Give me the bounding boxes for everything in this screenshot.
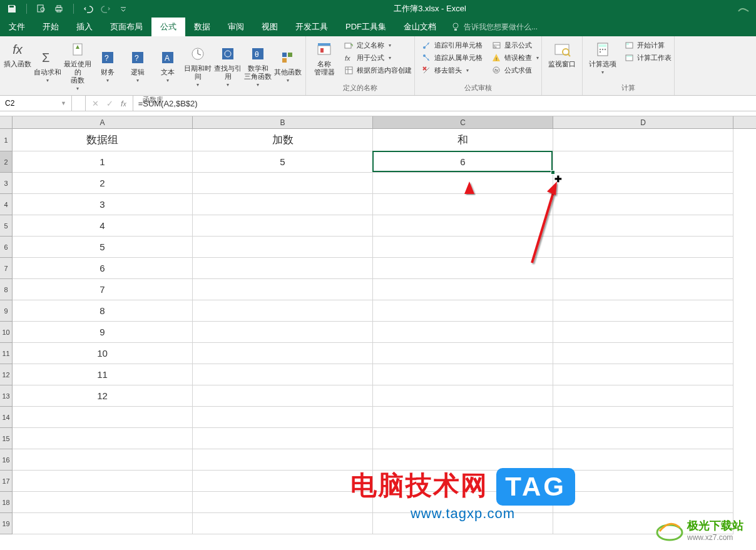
cell[interactable] [553, 129, 733, 151]
audit-check-2[interactable]: fx公式求值 [491, 65, 539, 75]
tab-0[interactable]: 文件 [0, 18, 34, 36]
file-sync-icon[interactable] [36, 3, 47, 14]
fx-icon[interactable]: fx [121, 99, 126, 108]
cell[interactable] [373, 173, 553, 194]
row-header-2[interactable]: 2 [0, 151, 12, 173]
fn-button-3[interactable]: ?逻辑▾ [123, 38, 153, 94]
row-header-18[interactable]: 18 [0, 492, 12, 513]
cell[interactable] [193, 173, 373, 194]
row-header-11[interactable]: 11 [0, 343, 12, 364]
cell[interactable] [553, 300, 733, 322]
cell[interactable]: 8 [13, 300, 193, 322]
cell[interactable] [193, 428, 373, 449]
cell[interactable] [193, 471, 373, 492]
cell[interactable] [373, 471, 553, 492]
cell[interactable] [553, 258, 733, 279]
cell[interactable] [13, 471, 193, 492]
cell[interactable] [553, 279, 733, 300]
cell[interactable]: 4 [13, 215, 193, 237]
formula-input[interactable]: =SUM(A2,$B$2) [133, 96, 756, 111]
row-header-19[interactable]: 19 [0, 513, 12, 534]
col-header-A[interactable]: A [13, 116, 193, 128]
tab-7[interactable]: 视图 [253, 18, 287, 36]
cell[interactable] [553, 194, 733, 215]
audit-trace-1[interactable]: 追踪从属单元格 [421, 53, 483, 63]
cell[interactable] [193, 215, 373, 237]
cell[interactable] [373, 237, 553, 258]
row-header-1[interactable]: 1 [0, 129, 12, 151]
row-header-14[interactable]: 14 [0, 407, 12, 428]
cell[interactable]: 7 [13, 279, 193, 300]
cell[interactable] [553, 385, 733, 407]
fn-button-4[interactable]: A文本▾ [153, 38, 183, 94]
col-header-C[interactable]: C [373, 116, 553, 128]
cell[interactable] [13, 407, 193, 428]
cell[interactable] [373, 428, 553, 449]
cell[interactable] [373, 194, 553, 215]
cell[interactable] [553, 449, 733, 471]
row-header-8[interactable]: 8 [0, 279, 12, 300]
row-header-7[interactable]: 7 [0, 258, 12, 279]
cell[interactable] [553, 343, 733, 364]
row-header-13[interactable]: 13 [0, 385, 12, 407]
name-manager-button[interactable]: 名称 管理器 [309, 38, 340, 79]
cell[interactable]: 10 [13, 343, 193, 364]
cell[interactable] [373, 300, 553, 322]
cell[interactable]: 6 [13, 258, 193, 279]
cell[interactable] [373, 258, 553, 279]
cell[interactable] [373, 322, 553, 343]
cell[interactable] [553, 492, 733, 513]
audit-trace-2[interactable]: 移去箭头▾ [421, 65, 483, 75]
cell[interactable]: 数据组 [13, 129, 193, 151]
row-header-9[interactable]: 9 [0, 300, 12, 322]
defname-item-1[interactable]: fx用于公式▾ [344, 53, 412, 63]
tell-me-box[interactable]: 告诉我您想要做什么... [445, 18, 756, 36]
row-header-5[interactable]: 5 [0, 215, 12, 237]
confirm-icon[interactable]: ✓ [106, 99, 113, 108]
row-header-6[interactable]: 6 [0, 237, 12, 258]
cell[interactable]: 1 [13, 151, 193, 173]
cell[interactable]: 5 [193, 151, 373, 173]
cell[interactable] [13, 492, 193, 513]
cell[interactable] [553, 364, 733, 385]
cell[interactable] [553, 151, 733, 173]
fn-button-2[interactable]: ?财务▾ [93, 38, 123, 94]
row-header-16[interactable]: 16 [0, 449, 12, 471]
tab-10[interactable]: 金山文档 [395, 18, 445, 36]
cell[interactable] [193, 237, 373, 258]
qat-customize-icon[interactable] [118, 3, 129, 14]
fn-button-7[interactable]: θ数学和 三角函数▾ [243, 38, 273, 94]
fn-button-5[interactable]: 日期和时间▾ [183, 38, 213, 94]
undo-icon[interactable] [83, 3, 94, 14]
audit-check-0[interactable]: fx显示公式 [491, 40, 539, 50]
tab-8[interactable]: 开发工具 [287, 18, 337, 36]
print-icon[interactable] [53, 3, 64, 14]
fill-handle[interactable] [551, 170, 555, 175]
cell[interactable]: 6 [373, 151, 553, 173]
cell[interactable] [193, 407, 373, 428]
cell[interactable] [373, 343, 553, 364]
cell[interactable]: 2 [13, 173, 193, 194]
tab-4[interactable]: 公式 [151, 18, 185, 36]
cell[interactable] [373, 385, 553, 407]
cell[interactable] [373, 215, 553, 237]
tab-5[interactable]: 数据 [185, 18, 219, 36]
cell[interactable]: 9 [13, 322, 193, 343]
fn-button-8[interactable]: 其他函数▾ [273, 38, 303, 94]
cell[interactable] [553, 428, 733, 449]
cell[interactable]: 11 [13, 364, 193, 385]
cell[interactable] [13, 513, 193, 534]
cell[interactable] [193, 364, 373, 385]
cell[interactable] [553, 322, 733, 343]
calc-item-0[interactable]: 开始计算 [624, 40, 672, 50]
cell[interactable] [193, 322, 373, 343]
audit-trace-0[interactable]: 追踪引用单元格 [421, 40, 483, 50]
cell[interactable] [373, 449, 553, 471]
row-header-15[interactable]: 15 [0, 428, 12, 449]
defname-item-0[interactable]: 定义名称▾ [344, 40, 412, 50]
fn-button-0[interactable]: Σ自动求和▾ [33, 38, 63, 94]
cell[interactable]: 和 [373, 129, 553, 151]
cell[interactable] [553, 407, 733, 428]
tab-6[interactable]: 审阅 [219, 18, 253, 36]
cell[interactable] [193, 279, 373, 300]
